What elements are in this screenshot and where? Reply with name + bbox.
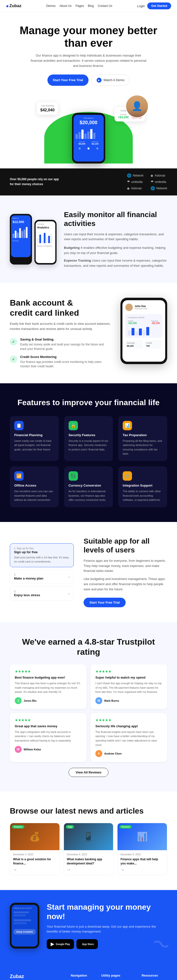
navbar: ● Zubaz Demos About Us Pages Blog Contac… bbox=[0, 0, 177, 12]
bank-feature-2: ✓ Credit Score Monitoring Our finance ap… bbox=[10, 355, 111, 369]
reviewer-name-0: Jones Blu bbox=[24, 699, 37, 702]
login-button[interactable]: Login bbox=[137, 4, 145, 8]
review-stars-1: ★★★★★ bbox=[96, 669, 162, 674]
get-started-button[interactable]: Get Started bbox=[147, 2, 171, 10]
monitor-phones: Balance $12,500 Monthly Overview Analyti… bbox=[10, 214, 57, 264]
app-store-btn[interactable]: App Store bbox=[77, 939, 98, 949]
review-title-1: Super helpful to watch my spend bbox=[96, 676, 162, 679]
nav-blog[interactable]: Blog bbox=[88, 4, 94, 8]
review-stars-3: ★★★★★ bbox=[96, 718, 162, 722]
cta-heading: Start managing your money now! bbox=[47, 902, 167, 921]
news-title-1: What makes banking app development ideal… bbox=[67, 858, 110, 865]
hero-float-card-left: Your Earning $42,040 bbox=[37, 102, 58, 115]
news-tag-2: Finance bbox=[120, 825, 132, 829]
google-play-btn[interactable]: ▶ Google Play bbox=[47, 939, 74, 949]
earning-label: Your Earning bbox=[40, 105, 54, 107]
step-2[interactable]: 2. Make a money plan › bbox=[10, 570, 74, 584]
footer-logo: Zubaz bbox=[10, 974, 57, 979]
monitor-feature-1: Budgeting It enables effective budgeting… bbox=[64, 245, 167, 256]
bank-heading: Bank account & credit card linked bbox=[10, 298, 111, 318]
monitor-feature-2: Expense Tracking Users can input their i… bbox=[64, 258, 167, 269]
view-all-reviews-btn[interactable]: View All Reviews bbox=[69, 768, 108, 777]
hero-phone: Total Balance $20,000 Income$8,200 Expen… bbox=[72, 113, 105, 164]
footer-resources-col: Resources Support Privacy policy Terms &… bbox=[142, 974, 167, 980]
review-text-3: The financial insights and reports have … bbox=[96, 730, 162, 747]
bank-features: ✓ Saving & Goal Setting Easily set money… bbox=[10, 337, 111, 369]
navbar-links: Demos About Us Pages Blog Contact Us bbox=[46, 4, 112, 8]
cta-text: Start managing your money now! Your fina… bbox=[47, 902, 167, 949]
suitable-section: 1. Sign up for free Sign up for free Sta… bbox=[0, 522, 177, 622]
review-card-3: ★★★★★ Seriously life changing app! The f… bbox=[91, 713, 167, 762]
review-card-2: ★★★★★ Great app that saves money The app… bbox=[10, 713, 86, 762]
reviewer-name-2: William Kelas bbox=[24, 748, 41, 751]
footer-nav-col: Navigation Home About Us Services Pages … bbox=[71, 974, 87, 980]
monitor-heading: Easily monitor all financial activities bbox=[64, 210, 167, 228]
review-text-1: I can't thank this app enough for helpin… bbox=[96, 681, 162, 694]
review-title-0: Best finance budgeting app ever! bbox=[15, 676, 81, 679]
review-text-2: The app's integration with my bank accou… bbox=[15, 730, 81, 743]
phone-amount: $20,000 bbox=[75, 120, 102, 126]
trust-logo-4: ☂umbrella bbox=[150, 180, 167, 184]
feature-card-3: 📶 Offline Access Our excellent users you… bbox=[10, 466, 59, 507]
cta-section: Setting up your account Setup Complete S… bbox=[0, 890, 177, 961]
feature-card-2: 📊 Tax Preparation Preparing all the fili… bbox=[118, 416, 167, 461]
step-3[interactable]: 3. Enjoy less stress › bbox=[10, 586, 74, 601]
news-tag-1: App bbox=[66, 825, 74, 829]
nav-pages[interactable]: Pages bbox=[75, 4, 84, 8]
news-arrow-0[interactable]: → bbox=[13, 868, 57, 872]
trustpilot-heading: We've earned a 4.8-star Trustpilot ratin… bbox=[10, 637, 167, 657]
hero-person: 👤 bbox=[125, 95, 149, 118]
review-card-0: ★★★★★ Best finance budgeting app ever! T… bbox=[10, 664, 86, 709]
news-card-2: Finance 📊 December 8, 2023 Finance apps … bbox=[117, 823, 167, 875]
suitable-cta-btn[interactable]: Start Your Free Trial bbox=[84, 598, 126, 607]
navbar-logo: ● Zubaz bbox=[6, 3, 21, 9]
feature-icon-planning: 📋 bbox=[14, 421, 24, 430]
feature-card-4: 💱 Currency Conversion As for transfers o… bbox=[64, 466, 113, 507]
features-section: Features to improve your financial life … bbox=[0, 383, 177, 522]
trust-logos: 🌐Network ◈Astonas ☂umbrella ☂umbrella ◈A… bbox=[127, 173, 167, 191]
nav-demos[interactable]: Demos bbox=[46, 4, 56, 8]
monitor-text: Easily monitor all financial activities … bbox=[64, 210, 167, 269]
suitable-text: Suitable app for all levels of users Fin… bbox=[84, 537, 167, 608]
news-title-2: Finance apps that will help you make... bbox=[120, 858, 164, 865]
feature-icon-offline: 📶 bbox=[14, 471, 24, 480]
suitable-text-2: Like budgeting and investment management… bbox=[84, 576, 167, 592]
feature-card-5: 🔗 Integration Support The ability to con… bbox=[118, 466, 167, 507]
nav-about[interactable]: About Us bbox=[59, 4, 72, 8]
google-play-icon: ▶ bbox=[51, 942, 54, 947]
news-heading: Browse our latest news and articles bbox=[10, 807, 167, 816]
monitor-section: Balance $12,500 Monthly Overview Analyti… bbox=[0, 196, 177, 283]
store-buttons: ▶ Google Play App Store bbox=[47, 939, 167, 949]
reviewer-name-3: Andrew Chen bbox=[104, 752, 122, 755]
hero-headline: Manage your money better than ever bbox=[15, 24, 162, 49]
feature-icon-tax: 📊 bbox=[123, 421, 132, 430]
footer-top: Zubaz Innovation-partner, delivering cut… bbox=[10, 974, 167, 980]
footer-utility-col: Utility pages Instructions Style guide L… bbox=[101, 974, 128, 980]
reviewer-avatar-2: W bbox=[15, 746, 22, 753]
suitable-text-1: Finance apps are for everyone, from begi… bbox=[84, 558, 167, 574]
reviewer-name-1: Mark Burns bbox=[104, 699, 119, 702]
hero-primary-btn[interactable]: Start Your Free Trial bbox=[48, 75, 88, 86]
monitor-phone-1: Balance $12,500 Monthly bbox=[10, 214, 32, 264]
news-arrow-2[interactable]: → bbox=[120, 868, 164, 872]
hero-secondary-btn[interactable]: ▶ Watch A Demo bbox=[91, 75, 130, 86]
feature-card-1: 🔒 Security Features Security is a crucia… bbox=[64, 416, 113, 461]
trust-logo-3: ☂umbrella bbox=[127, 180, 144, 184]
cta-subtext: Your financial future is just a download… bbox=[47, 924, 167, 934]
play-icon: ▶ bbox=[97, 78, 102, 83]
bank-section: Bank account & credit card linked Easily… bbox=[0, 283, 177, 383]
news-arrow-1[interactable]: → bbox=[67, 868, 110, 872]
step-2-chevron: › bbox=[69, 575, 70, 579]
step-1[interactable]: 1. Sign up for free Sign up for free Sta… bbox=[10, 543, 74, 567]
reviews-grid: ★★★★★ Best finance budgeting app ever! T… bbox=[10, 664, 167, 762]
hero-buttons: Start Your Free Trial ▶ Watch A Demo bbox=[15, 75, 162, 86]
news-date-0: December 4, 2023 bbox=[13, 853, 57, 856]
footer: Zubaz Innovation-partner, delivering cut… bbox=[0, 961, 177, 980]
step-3-chevron: › bbox=[69, 592, 70, 595]
reviewer-avatar-1: M bbox=[96, 697, 102, 704]
reviewer-avatar-3: A bbox=[96, 750, 102, 757]
features-grid: 📋 Financial Planning Users easily can cr… bbox=[10, 416, 167, 507]
nav-contact[interactable]: Contact Us bbox=[97, 4, 112, 8]
review-stars-0: ★★★★★ bbox=[15, 669, 81, 674]
feature-icon-currency: 💱 bbox=[69, 471, 78, 480]
